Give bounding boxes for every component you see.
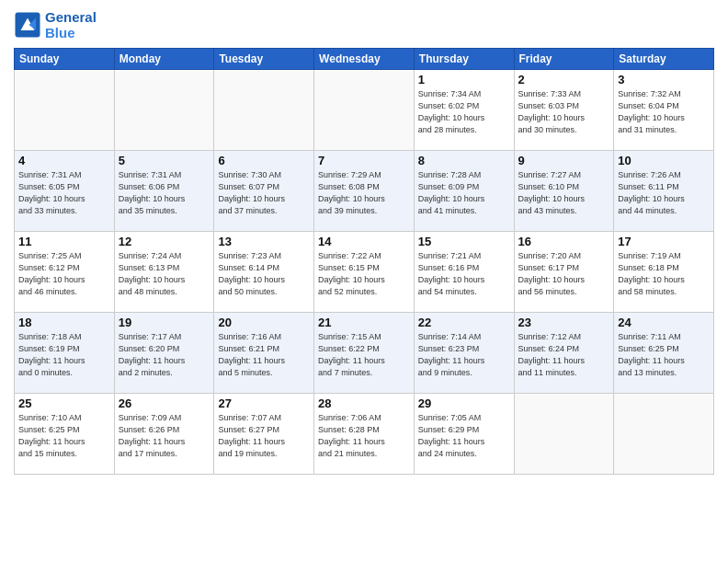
- calendar-cell: [15, 70, 115, 151]
- day-info: Sunrise: 7:24 AM Sunset: 6:13 PM Dayligh…: [119, 250, 210, 298]
- calendar-cell: 10Sunrise: 7:26 AM Sunset: 6:11 PM Dayli…: [614, 151, 714, 232]
- calendar-cell: [214, 70, 314, 151]
- day-number: 21: [318, 316, 410, 329]
- page: General Blue SundayMondayTuesdayWednesda…: [0, 0, 728, 563]
- day-info: Sunrise: 7:30 AM Sunset: 6:07 PM Dayligh…: [218, 169, 310, 217]
- day-number: 4: [18, 154, 110, 167]
- day-number: 25: [18, 396, 110, 410]
- day-number: 13: [218, 235, 310, 248]
- weekday-header-friday: Friday: [514, 49, 614, 70]
- day-info: Sunrise: 7:12 AM Sunset: 6:24 PM Dayligh…: [518, 331, 610, 379]
- day-number: 22: [418, 316, 510, 329]
- calendar-cell: 14Sunrise: 7:22 AM Sunset: 6:15 PM Dayli…: [314, 232, 415, 313]
- weekday-header-monday: Monday: [114, 49, 214, 70]
- calendar-cell: 11Sunrise: 7:25 AM Sunset: 6:12 PM Dayli…: [15, 232, 115, 313]
- day-number: 28: [318, 396, 410, 410]
- day-number: 18: [18, 316, 110, 329]
- logo-text: General Blue: [45, 9, 97, 40]
- calendar-cell: [114, 70, 214, 151]
- day-number: 8: [418, 154, 510, 167]
- day-info: Sunrise: 7:05 AM Sunset: 6:29 PM Dayligh…: [418, 412, 510, 460]
- calendar-cell: 20Sunrise: 7:16 AM Sunset: 6:21 PM Dayli…: [214, 313, 314, 394]
- calendar-cell: 25Sunrise: 7:10 AM Sunset: 6:25 PM Dayli…: [15, 394, 115, 475]
- weekday-header-tuesday: Tuesday: [214, 49, 314, 70]
- calendar-cell: 26Sunrise: 7:09 AM Sunset: 6:26 PM Dayli…: [114, 394, 214, 475]
- day-info: Sunrise: 7:06 AM Sunset: 6:28 PM Dayligh…: [318, 412, 410, 460]
- calendar-cell: [314, 70, 415, 151]
- day-number: 23: [518, 316, 610, 329]
- weekday-header-thursday: Thursday: [414, 49, 514, 70]
- calendar-cell: 2Sunrise: 7:33 AM Sunset: 6:03 PM Daylig…: [514, 70, 614, 151]
- calendar-cell: 17Sunrise: 7:19 AM Sunset: 6:18 PM Dayli…: [614, 232, 714, 313]
- calendar-cell: 23Sunrise: 7:12 AM Sunset: 6:24 PM Dayli…: [514, 313, 614, 394]
- day-info: Sunrise: 7:19 AM Sunset: 6:18 PM Dayligh…: [618, 250, 710, 298]
- calendar-cell: 13Sunrise: 7:23 AM Sunset: 6:14 PM Dayli…: [214, 232, 314, 313]
- calendar-cell: 16Sunrise: 7:20 AM Sunset: 6:17 PM Dayli…: [514, 232, 614, 313]
- day-info: Sunrise: 7:25 AM Sunset: 6:12 PM Dayligh…: [18, 250, 110, 298]
- day-info: Sunrise: 7:21 AM Sunset: 6:16 PM Dayligh…: [418, 250, 510, 298]
- day-info: Sunrise: 7:14 AM Sunset: 6:23 PM Dayligh…: [418, 331, 510, 379]
- day-info: Sunrise: 7:20 AM Sunset: 6:17 PM Dayligh…: [518, 250, 610, 298]
- day-number: 7: [318, 154, 410, 167]
- day-info: Sunrise: 7:31 AM Sunset: 6:05 PM Dayligh…: [18, 169, 110, 217]
- weekday-header-wednesday: Wednesday: [314, 49, 415, 70]
- calendar-cell: 12Sunrise: 7:24 AM Sunset: 6:13 PM Dayli…: [114, 232, 214, 313]
- calendar-table: SundayMondayTuesdayWednesdayThursdayFrid…: [14, 48, 714, 475]
- calendar-cell: [514, 394, 614, 475]
- calendar-cell: 3Sunrise: 7:32 AM Sunset: 6:04 PM Daylig…: [614, 70, 714, 151]
- weekday-header-saturday: Saturday: [614, 49, 714, 70]
- day-number: 27: [218, 396, 310, 410]
- day-info: Sunrise: 7:27 AM Sunset: 6:10 PM Dayligh…: [518, 169, 610, 217]
- day-number: 16: [518, 235, 610, 248]
- day-number: 3: [618, 73, 710, 86]
- calendar-cell: 6Sunrise: 7:30 AM Sunset: 6:07 PM Daylig…: [214, 151, 314, 232]
- calendar-cell: 5Sunrise: 7:31 AM Sunset: 6:06 PM Daylig…: [114, 151, 214, 232]
- calendar-cell: 29Sunrise: 7:05 AM Sunset: 6:29 PM Dayli…: [414, 394, 514, 475]
- week-row-1: 1Sunrise: 7:34 AM Sunset: 6:02 PM Daylig…: [15, 70, 714, 151]
- calendar-cell: 21Sunrise: 7:15 AM Sunset: 6:22 PM Dayli…: [314, 313, 415, 394]
- day-info: Sunrise: 7:33 AM Sunset: 6:03 PM Dayligh…: [518, 88, 610, 136]
- day-info: Sunrise: 7:07 AM Sunset: 6:27 PM Dayligh…: [218, 412, 310, 460]
- weekday-header-row: SundayMondayTuesdayWednesdayThursdayFrid…: [15, 49, 714, 70]
- day-info: Sunrise: 7:23 AM Sunset: 6:14 PM Dayligh…: [218, 250, 310, 298]
- calendar-cell: [614, 394, 714, 475]
- calendar-cell: 27Sunrise: 7:07 AM Sunset: 6:27 PM Dayli…: [214, 394, 314, 475]
- calendar-cell: 18Sunrise: 7:18 AM Sunset: 6:19 PM Dayli…: [15, 313, 115, 394]
- day-number: 12: [119, 235, 210, 248]
- day-number: 17: [618, 235, 710, 248]
- day-number: 15: [418, 235, 510, 248]
- day-info: Sunrise: 7:28 AM Sunset: 6:09 PM Dayligh…: [418, 169, 510, 217]
- calendar-cell: 22Sunrise: 7:14 AM Sunset: 6:23 PM Dayli…: [414, 313, 514, 394]
- day-number: 5: [119, 154, 210, 167]
- day-number: 20: [218, 316, 310, 329]
- calendar-cell: 1Sunrise: 7:34 AM Sunset: 6:02 PM Daylig…: [414, 70, 514, 151]
- day-info: Sunrise: 7:26 AM Sunset: 6:11 PM Dayligh…: [618, 169, 710, 217]
- day-info: Sunrise: 7:34 AM Sunset: 6:02 PM Dayligh…: [418, 88, 510, 136]
- calendar-cell: 28Sunrise: 7:06 AM Sunset: 6:28 PM Dayli…: [314, 394, 415, 475]
- week-row-3: 11Sunrise: 7:25 AM Sunset: 6:12 PM Dayli…: [15, 232, 714, 313]
- day-info: Sunrise: 7:17 AM Sunset: 6:20 PM Dayligh…: [119, 331, 210, 379]
- day-info: Sunrise: 7:18 AM Sunset: 6:19 PM Dayligh…: [18, 331, 110, 379]
- weekday-header-sunday: Sunday: [15, 49, 115, 70]
- day-number: 24: [618, 316, 710, 329]
- day-number: 1: [418, 73, 510, 86]
- day-number: 10: [618, 154, 710, 167]
- day-number: 29: [418, 396, 510, 410]
- day-info: Sunrise: 7:32 AM Sunset: 6:04 PM Dayligh…: [618, 88, 710, 136]
- logo: General Blue: [14, 9, 97, 40]
- week-row-4: 18Sunrise: 7:18 AM Sunset: 6:19 PM Dayli…: [15, 313, 714, 394]
- day-info: Sunrise: 7:31 AM Sunset: 6:06 PM Dayligh…: [119, 169, 210, 217]
- day-number: 14: [318, 235, 410, 248]
- calendar-cell: 24Sunrise: 7:11 AM Sunset: 6:25 PM Dayli…: [614, 313, 714, 394]
- calendar-cell: 9Sunrise: 7:27 AM Sunset: 6:10 PM Daylig…: [514, 151, 614, 232]
- day-number: 2: [518, 73, 610, 86]
- day-info: Sunrise: 7:16 AM Sunset: 6:21 PM Dayligh…: [218, 331, 310, 379]
- calendar-cell: 7Sunrise: 7:29 AM Sunset: 6:08 PM Daylig…: [314, 151, 415, 232]
- day-number: 19: [119, 316, 210, 329]
- header: General Blue: [14, 9, 714, 40]
- day-info: Sunrise: 7:29 AM Sunset: 6:08 PM Dayligh…: [318, 169, 410, 217]
- day-info: Sunrise: 7:15 AM Sunset: 6:22 PM Dayligh…: [318, 331, 410, 379]
- day-info: Sunrise: 7:22 AM Sunset: 6:15 PM Dayligh…: [318, 250, 410, 298]
- day-number: 6: [218, 154, 310, 167]
- day-info: Sunrise: 7:09 AM Sunset: 6:26 PM Dayligh…: [119, 412, 210, 460]
